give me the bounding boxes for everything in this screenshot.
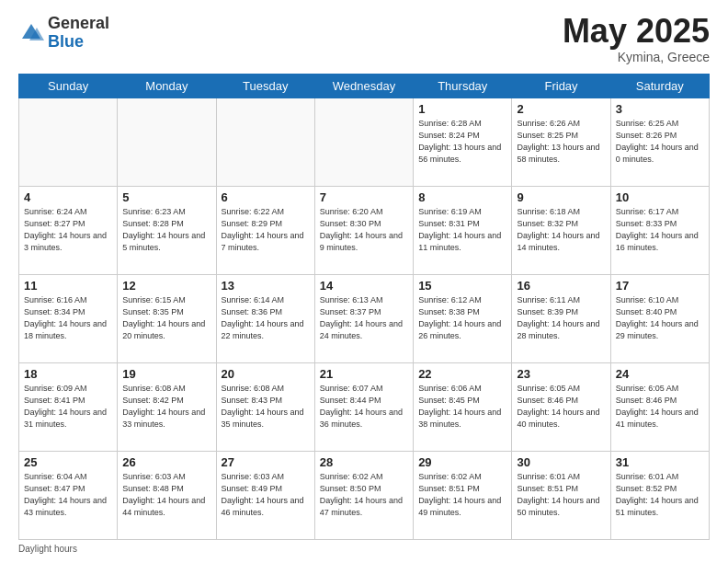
day-number: 31 [616, 455, 704, 469]
calendar-cell: 27Sunrise: 6:03 AM Sunset: 8:49 PM Dayli… [216, 452, 314, 540]
day-info: Sunrise: 6:06 AM Sunset: 8:45 PM Dayligh… [418, 383, 506, 431]
calendar-cell: 15Sunrise: 6:12 AM Sunset: 8:38 PM Dayli… [414, 275, 512, 363]
day-number: 9 [517, 190, 605, 204]
calendar-cell: 11Sunrise: 6:16 AM Sunset: 8:34 PM Dayli… [19, 275, 118, 363]
calendar-cell: 16Sunrise: 6:11 AM Sunset: 8:39 PM Dayli… [512, 275, 610, 363]
day-number: 19 [122, 367, 210, 381]
calendar-week-4: 25Sunrise: 6:04 AM Sunset: 8:47 PM Dayli… [19, 452, 710, 540]
calendar-cell [314, 98, 413, 187]
day-number: 13 [222, 279, 310, 293]
calendar-cell: 9Sunrise: 6:18 AM Sunset: 8:32 PM Daylig… [512, 187, 610, 275]
day-info: Sunrise: 6:25 AM Sunset: 8:26 PM Dayligh… [616, 118, 704, 166]
day-number: 10 [616, 190, 704, 204]
day-number: 12 [122, 279, 210, 293]
day-number: 14 [320, 279, 408, 293]
day-number: 8 [418, 190, 506, 204]
day-info: Sunrise: 6:08 AM Sunset: 8:43 PM Dayligh… [222, 383, 310, 431]
day-info: Sunrise: 6:28 AM Sunset: 8:24 PM Dayligh… [418, 118, 506, 166]
calendar-cell: 12Sunrise: 6:15 AM Sunset: 8:35 PM Dayli… [118, 275, 216, 363]
calendar-cell: 23Sunrise: 6:05 AM Sunset: 8:46 PM Dayli… [512, 363, 610, 452]
col-thursday: Thursday [414, 75, 512, 98]
day-info: Sunrise: 6:17 AM Sunset: 8:33 PM Dayligh… [616, 206, 704, 254]
day-number: 28 [320, 455, 408, 469]
calendar-cell: 2Sunrise: 6:26 AM Sunset: 8:25 PM Daylig… [512, 98, 610, 187]
day-number: 4 [24, 190, 112, 204]
day-info: Sunrise: 6:23 AM Sunset: 8:28 PM Dayligh… [122, 206, 210, 254]
calendar-week-1: 4Sunrise: 6:24 AM Sunset: 8:27 PM Daylig… [19, 187, 710, 275]
col-wednesday: Wednesday [314, 75, 413, 98]
day-number: 11 [24, 279, 112, 293]
calendar-cell: 29Sunrise: 6:02 AM Sunset: 8:51 PM Dayli… [414, 452, 512, 540]
calendar-cell: 24Sunrise: 6:05 AM Sunset: 8:46 PM Dayli… [610, 363, 709, 452]
calendar-cell: 30Sunrise: 6:01 AM Sunset: 8:51 PM Dayli… [512, 452, 610, 540]
day-info: Sunrise: 6:22 AM Sunset: 8:29 PM Dayligh… [222, 206, 310, 254]
day-info: Sunrise: 6:04 AM Sunset: 8:47 PM Dayligh… [24, 471, 112, 519]
day-info: Sunrise: 6:20 AM Sunset: 8:30 PM Dayligh… [320, 206, 408, 254]
day-number: 3 [616, 102, 704, 116]
footer-note: Daylight hours [18, 544, 710, 554]
logo-blue: Blue [48, 32, 84, 51]
calendar-week-3: 18Sunrise: 6:09 AM Sunset: 8:41 PM Dayli… [19, 363, 710, 452]
day-number: 22 [418, 367, 506, 381]
day-number: 27 [222, 455, 310, 469]
day-number: 20 [222, 367, 310, 381]
month-title: May 2025 [563, 15, 710, 48]
calendar-cell: 3Sunrise: 6:25 AM Sunset: 8:26 PM Daylig… [610, 98, 709, 187]
location: Kymina, Greece [563, 50, 710, 64]
calendar-week-2: 11Sunrise: 6:16 AM Sunset: 8:34 PM Dayli… [19, 275, 710, 363]
calendar-cell: 14Sunrise: 6:13 AM Sunset: 8:37 PM Dayli… [314, 275, 413, 363]
calendar-cell: 19Sunrise: 6:08 AM Sunset: 8:42 PM Dayli… [118, 363, 216, 452]
logo-icon [18, 20, 44, 46]
day-info: Sunrise: 6:05 AM Sunset: 8:46 PM Dayligh… [616, 383, 704, 431]
logo-general: General [48, 14, 109, 32]
day-number: 2 [517, 102, 605, 116]
day-info: Sunrise: 6:10 AM Sunset: 8:40 PM Dayligh… [616, 294, 704, 342]
day-info: Sunrise: 6:16 AM Sunset: 8:34 PM Dayligh… [24, 294, 112, 342]
calendar-cell: 4Sunrise: 6:24 AM Sunset: 8:27 PM Daylig… [19, 187, 118, 275]
calendar-cell: 13Sunrise: 6:14 AM Sunset: 8:36 PM Dayli… [216, 275, 314, 363]
calendar-cell: 8Sunrise: 6:19 AM Sunset: 8:31 PM Daylig… [414, 187, 512, 275]
day-number: 25 [24, 455, 112, 469]
calendar-cell [216, 98, 314, 187]
header: General Blue May 2025 Kymina, Greece [18, 15, 710, 64]
day-info: Sunrise: 6:18 AM Sunset: 8:32 PM Dayligh… [517, 206, 605, 254]
calendar-cell: 22Sunrise: 6:06 AM Sunset: 8:45 PM Dayli… [414, 363, 512, 452]
day-info: Sunrise: 6:01 AM Sunset: 8:51 PM Dayligh… [517, 471, 605, 519]
day-number: 26 [122, 455, 210, 469]
day-info: Sunrise: 6:03 AM Sunset: 8:49 PM Dayligh… [222, 471, 310, 519]
day-info: Sunrise: 6:07 AM Sunset: 8:44 PM Dayligh… [320, 383, 408, 431]
day-info: Sunrise: 6:14 AM Sunset: 8:36 PM Dayligh… [222, 294, 310, 342]
calendar-cell: 18Sunrise: 6:09 AM Sunset: 8:41 PM Dayli… [19, 363, 118, 452]
calendar-cell: 7Sunrise: 6:20 AM Sunset: 8:30 PM Daylig… [314, 187, 413, 275]
day-info: Sunrise: 6:13 AM Sunset: 8:37 PM Dayligh… [320, 294, 408, 342]
day-info: Sunrise: 6:01 AM Sunset: 8:52 PM Dayligh… [616, 471, 704, 519]
calendar-header-row: Sunday Monday Tuesday Wednesday Thursday… [19, 75, 710, 98]
logo-text: General Blue [48, 15, 109, 52]
day-info: Sunrise: 6:19 AM Sunset: 8:31 PM Dayligh… [418, 206, 506, 254]
day-info: Sunrise: 6:15 AM Sunset: 8:35 PM Dayligh… [122, 294, 210, 342]
day-info: Sunrise: 6:05 AM Sunset: 8:46 PM Dayligh… [517, 383, 605, 431]
calendar-cell: 25Sunrise: 6:04 AM Sunset: 8:47 PM Dayli… [19, 452, 118, 540]
col-monday: Monday [118, 75, 216, 98]
calendar-cell: 10Sunrise: 6:17 AM Sunset: 8:33 PM Dayli… [610, 187, 709, 275]
calendar-cell: 26Sunrise: 6:03 AM Sunset: 8:48 PM Dayli… [118, 452, 216, 540]
day-number: 16 [517, 279, 605, 293]
day-number: 7 [320, 190, 408, 204]
day-info: Sunrise: 6:11 AM Sunset: 8:39 PM Dayligh… [517, 294, 605, 342]
calendar-cell: 21Sunrise: 6:07 AM Sunset: 8:44 PM Dayli… [314, 363, 413, 452]
day-number: 29 [418, 455, 506, 469]
title-block: May 2025 Kymina, Greece [563, 15, 710, 64]
day-info: Sunrise: 6:02 AM Sunset: 8:50 PM Dayligh… [320, 471, 408, 519]
day-info: Sunrise: 6:08 AM Sunset: 8:42 PM Dayligh… [122, 383, 210, 431]
day-number: 1 [418, 102, 506, 116]
day-info: Sunrise: 6:26 AM Sunset: 8:25 PM Dayligh… [517, 118, 605, 166]
calendar-cell: 31Sunrise: 6:01 AM Sunset: 8:52 PM Dayli… [610, 452, 709, 540]
day-info: Sunrise: 6:24 AM Sunset: 8:27 PM Dayligh… [24, 206, 112, 254]
day-number: 6 [222, 190, 310, 204]
calendar-cell: 17Sunrise: 6:10 AM Sunset: 8:40 PM Dayli… [610, 275, 709, 363]
day-number: 30 [517, 455, 605, 469]
day-number: 24 [616, 367, 704, 381]
calendar-cell: 20Sunrise: 6:08 AM Sunset: 8:43 PM Dayli… [216, 363, 314, 452]
calendar-table: Sunday Monday Tuesday Wednesday Thursday… [18, 74, 710, 540]
calendar-cell [19, 98, 118, 187]
